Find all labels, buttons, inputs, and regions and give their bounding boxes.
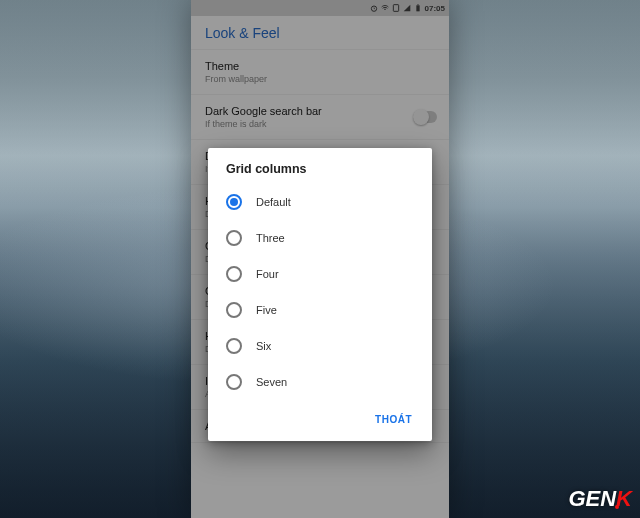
option-label: Seven bbox=[256, 376, 287, 388]
option-three[interactable]: Three bbox=[208, 220, 432, 256]
dialog-actions: THOÁT bbox=[208, 400, 432, 435]
radio-icon bbox=[226, 374, 242, 390]
option-label: Six bbox=[256, 340, 271, 352]
radio-icon bbox=[226, 302, 242, 318]
option-four[interactable]: Four bbox=[208, 256, 432, 292]
watermark-logo: GENK bbox=[568, 486, 632, 512]
option-default[interactable]: Default bbox=[208, 184, 432, 220]
watermark-text-a: GEN bbox=[568, 486, 616, 512]
option-label: Three bbox=[256, 232, 285, 244]
radio-icon bbox=[226, 266, 242, 282]
radio-icon bbox=[226, 338, 242, 354]
option-label: Four bbox=[256, 268, 279, 280]
dismiss-button[interactable]: THOÁT bbox=[367, 408, 420, 431]
dialog-title: Grid columns bbox=[208, 162, 432, 184]
grid-columns-dialog: Grid columns Default Three Four Five Six… bbox=[208, 148, 432, 441]
option-seven[interactable]: Seven bbox=[208, 364, 432, 400]
radio-icon bbox=[226, 194, 242, 210]
radio-icon bbox=[226, 230, 242, 246]
option-label: Default bbox=[256, 196, 291, 208]
option-label: Five bbox=[256, 304, 277, 316]
option-six[interactable]: Six bbox=[208, 328, 432, 364]
option-five[interactable]: Five bbox=[208, 292, 432, 328]
